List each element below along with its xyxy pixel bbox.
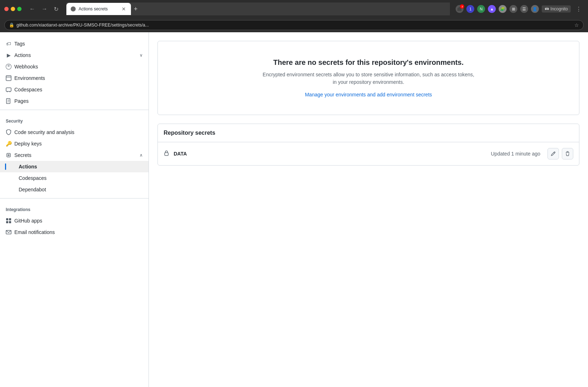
main-content: There are no secrets for this repository… [149, 32, 588, 387]
repo-secrets-section: Repository secrets DATA Updated 1 minute… [157, 124, 579, 166]
sidebar-label-actions: Actions [14, 52, 31, 58]
minimize-window-button[interactable] [11, 7, 15, 11]
url-text: github.com/xiaotianxt-archive/PKU-SIMSO-… [17, 23, 149, 28]
sidebar-item-pages[interactable]: Pages [0, 95, 149, 107]
integrations-section-header: Integrations [0, 201, 149, 215]
browser-more-button[interactable]: ⋮ [574, 5, 584, 13]
sidebar-item-secrets[interactable]: Secrets ∧ [0, 149, 149, 161]
browser-chrome: ← → ↻ Actions secrets ✕ + ⬛ 3 1 N ▲ 🧩 ⊞ … [0, 0, 588, 18]
svg-rect-18 [165, 153, 168, 156]
svg-rect-0 [6, 76, 11, 81]
extension-icon-3[interactable]: N [477, 5, 485, 13]
extension-icon-4[interactable]: ▲ [488, 5, 496, 13]
sidebar-label-secrets: Secrets [14, 152, 31, 158]
chevron-down-icon: ∨ [140, 53, 143, 58]
play-icon: ▶ [6, 52, 11, 58]
new-tab-button[interactable]: + [131, 5, 141, 13]
traffic-lights [4, 7, 22, 11]
sidebar-label-deploy-keys: Deploy keys [14, 141, 42, 147]
asterisk-icon [6, 152, 11, 158]
sidebar-item-deploy-keys[interactable]: 🔑 Deploy keys [0, 138, 149, 149]
address-bar-row: 🔒 github.com/xiaotianxt-archive/PKU-SIMS… [0, 18, 588, 32]
extension-icon-2[interactable]: 1 [466, 5, 474, 13]
sidebar-sub-item-codespaces[interactable]: Codespaces [0, 172, 149, 184]
manage-environments-link[interactable]: Manage your environments and add environ… [305, 92, 432, 97]
empty-state-description: Encrypted environment secrets allow you … [261, 71, 476, 86]
environments-icon [6, 75, 11, 81]
security-section-header: Security [0, 113, 149, 126]
svg-rect-16 [9, 221, 11, 223]
empty-state-card: There are no secrets for this repository… [157, 41, 579, 115]
browser-extensions: ⬛ 3 1 N ▲ 🧩 ⊞ ☰ 👤 🕶 Incognito ⋮ [456, 5, 584, 13]
sidebar-item-environments[interactable]: Environments [0, 72, 149, 84]
back-button[interactable]: ← [27, 5, 37, 13]
tab-title: Actions secrets [79, 6, 118, 11]
sidebar-item-code-security[interactable]: Code security and analysis [0, 126, 149, 138]
maximize-window-button[interactable] [17, 7, 22, 11]
address-bar[interactable]: 🔒 github.com/xiaotianxt-archive/PKU-SIMS… [4, 20, 584, 30]
key-icon: 🔑 [6, 141, 11, 147]
sidebar-item-codespaces[interactable]: Codespaces [0, 84, 149, 95]
svg-rect-15 [6, 221, 8, 223]
close-window-button[interactable] [4, 7, 9, 11]
sidebar-item-email-notifications[interactable]: Email notifications [0, 226, 149, 238]
empty-state-title: There are no secrets for this repository… [166, 58, 570, 67]
edit-secret-button[interactable] [547, 148, 559, 159]
extension-icon-1[interactable]: ⬛ 3 [456, 5, 464, 13]
sidebar-sub-label-codespaces: Codespaces [19, 175, 47, 181]
browser-nav: ← → ↻ [27, 5, 61, 13]
reload-button[interactable]: ↻ [52, 5, 61, 13]
secret-row: DATA Updated 1 minute ago [158, 142, 579, 165]
sidebar-sub-item-dependabot[interactable]: Dependabot [0, 184, 149, 195]
sidebar: 🏷 Tags ▶ Actions ∨ Webhooks Environments [0, 32, 149, 387]
incognito-button[interactable]: 🕶 Incognito [542, 5, 571, 13]
sidebar-label-webhooks: Webhooks [14, 64, 38, 70]
codespaces-icon [6, 87, 11, 92]
sidebar-divider-integrations [0, 198, 149, 199]
chevron-up-icon: ∧ [140, 153, 143, 158]
extension-icon-5[interactable]: 🧩 [499, 5, 507, 13]
sidebar-item-actions[interactable]: ▶ Actions ∨ [0, 49, 149, 61]
sidebar-label-tags: Tags [14, 41, 25, 47]
sidebar-item-tags[interactable]: 🏷 Tags [0, 38, 149, 49]
shield-icon [6, 129, 11, 135]
sidebar-toggle[interactable]: ☰ [520, 5, 528, 13]
sidebar-divider-security [0, 110, 149, 110]
sidebar-sub-label-actions: Actions [19, 164, 37, 169]
sidebar-label-email-notifications: Email notifications [14, 229, 55, 235]
sidebar-label-codespaces: Codespaces [14, 87, 42, 92]
tab-bar: Actions secrets ✕ + [66, 3, 450, 15]
page-layout: 🏷 Tags ▶ Actions ∨ Webhooks Environments [0, 32, 588, 387]
svg-rect-13 [6, 218, 8, 220]
active-tab[interactable]: Actions secrets ✕ [66, 3, 131, 15]
tag-icon: 🏷 [6, 41, 11, 47]
browser-menu-button[interactable]: ⊞ [509, 5, 517, 13]
svg-rect-14 [9, 218, 11, 220]
sidebar-item-github-apps[interactable]: GitHub apps [0, 215, 149, 226]
tab-close-button[interactable]: ✕ [121, 6, 127, 12]
delete-secret-button[interactable] [562, 148, 573, 159]
forward-button[interactable]: → [39, 5, 50, 13]
secret-name: DATA [174, 151, 486, 157]
sidebar-item-webhooks[interactable]: Webhooks [0, 61, 149, 72]
mail-icon [6, 229, 11, 235]
sidebar-sub-label-dependabot: Dependabot [19, 187, 46, 192]
profile-icon[interactable]: 👤 [531, 5, 539, 13]
secret-lock-icon [164, 150, 169, 157]
secret-actions [547, 148, 573, 159]
repo-secrets-header: Repository secrets [158, 124, 579, 142]
tab-favicon [71, 6, 76, 11]
sidebar-label-pages: Pages [14, 98, 29, 104]
secret-updated-time: Updated 1 minute ago [491, 151, 540, 157]
apps-icon [6, 218, 11, 224]
bookmark-button[interactable]: ☆ [574, 22, 579, 28]
sidebar-label-code-security: Code security and analysis [14, 129, 74, 135]
webhook-icon [6, 64, 11, 70]
sidebar-label-github-apps: GitHub apps [14, 218, 42, 224]
sidebar-label-environments: Environments [14, 75, 45, 81]
secrets-sub-items: Actions Codespaces Dependabot [0, 161, 149, 195]
sidebar-sub-item-actions[interactable]: Actions [0, 161, 149, 172]
svg-rect-2 [6, 88, 11, 91]
pages-icon [6, 98, 11, 104]
ssl-lock-icon: 🔒 [9, 23, 14, 28]
